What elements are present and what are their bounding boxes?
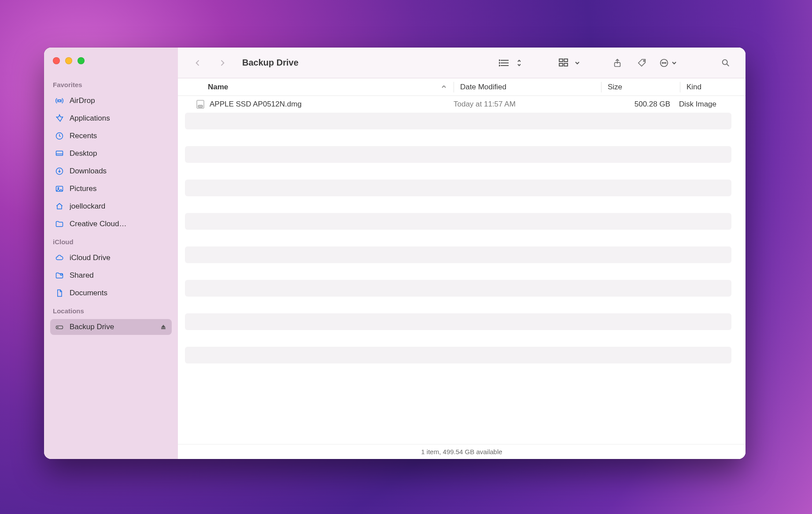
svg-rect-9 [161,328,165,329]
sidebar-item-label: AirDrop [70,96,95,105]
file-size: 500.28 GB [601,100,679,109]
location-title: Backup Drive [242,58,299,68]
sidebar-section-locations: Locations [50,303,172,317]
home-icon [55,202,64,211]
disk-image-icon [196,99,205,109]
column-size[interactable]: Size [602,83,680,92]
image-icon [55,184,64,194]
sidebar-item-downloads[interactable]: Downloads [50,163,172,179]
sidebar-section-favorites: Favorites [50,77,172,91]
sidebar-item-icloud-drive[interactable]: iCloud Drive [50,250,172,266]
finder-window: Favorites AirDrop Applications Recents D… [44,48,746,459]
airdrop-icon [55,96,64,106]
sidebar-item-recents[interactable]: Recents [50,128,172,144]
svg-rect-17 [564,59,568,62]
minimize-window-button[interactable] [65,57,72,64]
cloud-icon [55,253,64,263]
applications-icon [55,114,64,123]
column-name-label: Name [208,83,228,92]
download-icon [55,166,64,176]
sidebar-item-backup-drive[interactable]: Backup Drive [50,319,172,335]
svg-point-15 [499,65,500,66]
file-kind: Disk Image [679,100,738,109]
sidebar-item-label: iCloud Drive [70,253,111,262]
sidebar-item-creative-cloud[interactable]: Creative Cloud… [50,216,172,232]
sidebar-item-shared[interactable]: Shared [50,268,172,283]
svg-point-25 [665,62,666,63]
empty-row [185,246,731,263]
folder-shared-icon [55,271,64,280]
empty-row [185,180,731,196]
svg-point-6 [60,273,62,275]
clock-icon [55,131,64,141]
empty-row [185,146,731,163]
search-button[interactable] [718,55,733,70]
status-text: 1 item, 499.54 GB available [421,448,502,455]
column-headers: Name Date Modified Size Kind [178,78,746,96]
svg-rect-28 [198,105,203,107]
share-button[interactable] [610,55,625,70]
sidebar-item-home[interactable]: joellockard [50,198,172,214]
column-date-modified[interactable]: Date Modified [454,83,601,92]
sidebar-item-label: Recents [70,132,97,140]
desktop-icon [55,149,64,158]
sidebar-item-label: Documents [70,289,107,297]
svg-rect-19 [564,63,568,66]
file-list: APPLE SSD AP0512N.dmg Today at 11:57 AM … [178,96,746,444]
back-button[interactable] [190,55,205,70]
sidebar-item-pictures[interactable]: Pictures [50,181,172,197]
empty-row [185,280,731,297]
status-bar: 1 item, 499.54 GB available [178,444,746,459]
toolbar: Backup Drive [178,48,746,78]
tags-button[interactable] [635,55,650,70]
empty-row [185,313,731,330]
svg-point-13 [499,60,500,61]
sidebar-item-airdrop[interactable]: AirDrop [50,93,172,109]
group-by-button[interactable] [559,58,580,68]
svg-point-5 [58,187,59,189]
forward-button[interactable] [215,55,230,70]
svg-point-23 [662,62,663,63]
view-list-button[interactable] [499,58,522,68]
column-kind[interactable]: Kind [680,83,746,92]
svg-point-0 [59,100,61,102]
drive-icon [55,322,64,332]
sidebar-item-applications[interactable]: Applications [50,110,172,126]
chevron-down-icon [672,60,677,66]
column-name[interactable]: Name [208,83,454,92]
sidebar-item-label: Applications [70,114,110,123]
close-window-button[interactable] [53,57,60,64]
sidebar-item-label: Desktop [70,149,97,158]
file-row[interactable]: APPLE SSD AP0512N.dmg Today at 11:57 AM … [178,96,738,113]
sidebar-item-label: Backup Drive [70,323,114,331]
eject-icon[interactable] [159,323,167,331]
sidebar-item-label: joellockard [70,202,105,211]
sort-ascending-icon [441,83,447,92]
main-pane: Backup Drive Name [178,48,746,459]
sidebar: Favorites AirDrop Applications Recents D… [44,48,178,459]
folder-icon [55,219,64,229]
chevron-updown-icon [517,59,522,67]
svg-rect-2 [56,151,63,155]
svg-point-8 [57,327,58,328]
svg-rect-18 [559,63,563,66]
file-date: Today at 11:57 AM [454,100,601,109]
sidebar-item-desktop[interactable]: Desktop [50,146,172,162]
file-name: APPLE SSD AP0512N.dmg [210,100,302,109]
empty-row [185,213,731,230]
svg-point-21 [643,60,645,62]
sidebar-item-documents[interactable]: Documents [50,285,172,301]
sidebar-item-label: Shared [70,271,94,280]
sidebar-item-label: Pictures [70,184,96,193]
svg-point-26 [723,59,727,64]
sidebar-item-label: Creative Cloud… [70,220,126,228]
sidebar-item-label: Downloads [70,167,107,176]
zoom-window-button[interactable] [78,57,85,64]
sidebar-section-icloud: iCloud [50,234,172,248]
empty-row [185,113,731,129]
svg-rect-16 [559,59,563,62]
chevron-down-icon [575,60,580,66]
svg-point-24 [664,62,664,63]
action-menu-button[interactable] [659,58,677,68]
empty-row [185,347,731,363]
